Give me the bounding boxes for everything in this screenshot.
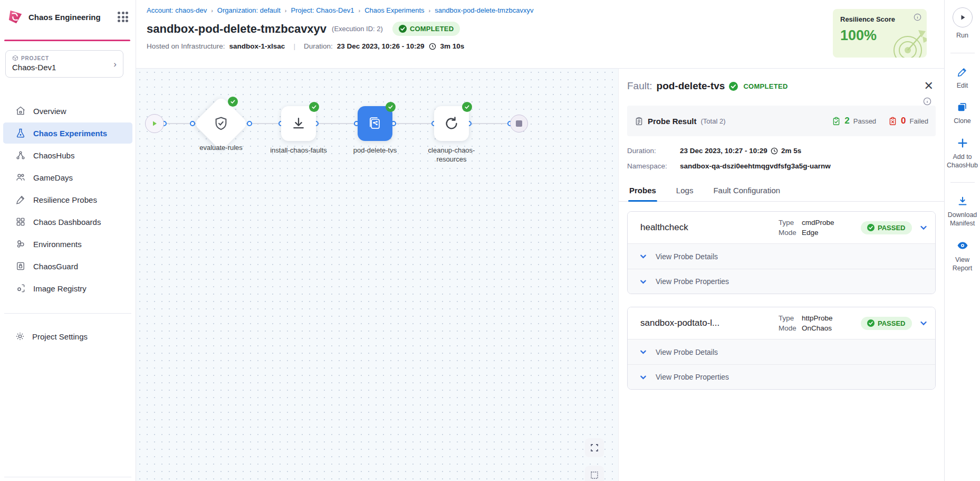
copy-icon: [956, 101, 968, 113]
fault-name: pod-delete-tvs: [657, 80, 725, 92]
resilience-score-card: Resilience Score 100%: [833, 9, 927, 58]
breadcrumb-chaos-experiments[interactable]: Chaos Experiments: [364, 6, 424, 14]
chevron-right-icon: ›: [211, 7, 213, 14]
run-label: Run: [956, 32, 968, 40]
view-probe-details-row[interactable]: View Probe Details: [628, 339, 935, 364]
fault-duration-label: Duration:: [627, 147, 680, 155]
app-switcher-grid-icon[interactable]: [118, 12, 128, 22]
home-icon: [15, 106, 26, 116]
sidebar-item-label: Environments: [33, 240, 82, 249]
play-icon: [959, 14, 966, 21]
breadcrumb-experiment[interactable]: sandbox-pod-delete-tmzbcavxyv: [435, 6, 533, 14]
sidebar-item-label: GameDays: [33, 173, 73, 182]
sidebar-item-image-registry[interactable]: Image Registry: [3, 278, 132, 299]
download-manifest-label: Download Manifest: [946, 211, 979, 228]
project-selector[interactable]: PROJECT Chaos-Dev1 ›: [5, 50, 123, 78]
namespace-value: sandbox-qa-dszi0eehtmqgvdfsfg3a5g-uarnw: [680, 162, 831, 170]
eye-icon: [956, 239, 969, 252]
chevron-down-icon[interactable]: [919, 319, 928, 327]
pipeline-node-cleanup-chaos-resources[interactable]: cleanup-chaos-resources: [434, 106, 469, 141]
failed-clipboard-icon: [888, 117, 897, 126]
clone-button[interactable]: Clone: [954, 101, 971, 126]
success-check-badge: [386, 102, 396, 112]
sidebar-item-label: ChaosGuard: [33, 262, 78, 271]
run-button[interactable]: Run: [953, 7, 973, 40]
view-probe-details-row[interactable]: View Probe Details: [628, 244, 935, 269]
probe-name: sandbox-podtato-l...: [640, 318, 779, 328]
environments-icon: [15, 239, 26, 249]
gear-icon: [15, 331, 25, 342]
sidebar-item-resilience-probes[interactable]: Resilience Probes: [3, 189, 132, 210]
clone-label: Clone: [954, 117, 971, 126]
tab-probes[interactable]: Probes: [628, 183, 657, 201]
sidebar-item-chaosguard[interactable]: ChaosGuard: [3, 256, 132, 277]
view-probe-details-label: View Probe Details: [656, 348, 718, 356]
sidebar-item-gamedays[interactable]: GameDays: [3, 167, 132, 188]
mode-label: Mode: [779, 229, 802, 237]
pipeline-node-pod-delete-tvs[interactable]: pod-delete-tvs: [358, 106, 392, 141]
canvas-fullscreen-button[interactable]: [585, 438, 604, 457]
pipeline-start-node[interactable]: [145, 114, 164, 133]
info-icon[interactable]: [914, 13, 921, 21]
pipeline-canvas[interactable]: evaluate-rules install-chaos-faults: [136, 69, 618, 481]
pipeline-node-evaluate-rules[interactable]: evaluate-rules: [193, 95, 249, 152]
view-report-button[interactable]: View Report: [949, 239, 976, 272]
add-to-chaoshub-button[interactable]: Add to ChaosHub: [946, 137, 979, 169]
tab-fault-configuration[interactable]: Fault Configuration: [712, 183, 781, 201]
edit-button[interactable]: Edit: [957, 66, 968, 90]
pipeline-end-node[interactable]: [510, 115, 528, 133]
view-probe-details-label: View Probe Details: [656, 252, 718, 261]
view-probe-properties-label: View Probe Properties: [656, 373, 729, 381]
dashed-square-icon: [590, 471, 599, 479]
chevron-down-icon[interactable]: [919, 223, 928, 232]
type-label: Type: [779, 219, 802, 227]
view-probe-properties-row[interactable]: View Probe Properties: [628, 364, 935, 389]
sidebar-item-environments[interactable]: Environments: [3, 233, 132, 254]
chevron-down-icon: [639, 373, 647, 381]
type-value: cmdProbe: [802, 219, 858, 227]
canvas-selection-button[interactable]: [585, 466, 604, 481]
clock-icon: [429, 43, 436, 50]
tab-logs[interactable]: Logs: [675, 183, 695, 201]
chevron-right-icon: ›: [113, 59, 117, 70]
sidebar-item-label: Resilience Probes: [33, 195, 97, 204]
download-icon: [291, 116, 306, 131]
sidebar-bottom-divider: [4, 477, 131, 477]
hosted-label: Hosted on Infrastructure:: [147, 42, 225, 50]
sidebar-item-label: Image Registry: [33, 284, 87, 293]
probe-name: healthcheck: [640, 222, 779, 233]
breadcrumb-organization[interactable]: Organization: default: [217, 6, 281, 14]
sidebar-item-chaoshubs[interactable]: ChaosHubs: [3, 145, 132, 166]
chaos-engineering-logo-icon: [7, 9, 23, 25]
elapsed-time: 3m 10s: [440, 42, 465, 50]
view-probe-properties-row[interactable]: View Probe Properties: [628, 269, 935, 294]
sidebar: Chaos Engineering PROJECT Chaos-Dev1 › O…: [0, 0, 136, 481]
refresh-icon: [444, 116, 459, 131]
chevron-down-icon: [639, 348, 647, 356]
probe-status-label: PASSED: [878, 319, 906, 327]
clock-icon: [771, 147, 778, 155]
download-icon: [957, 195, 968, 207]
mode-label: Mode: [779, 324, 802, 332]
sidebar-nav: Overview Chaos Experiments ChaosHubs Gam…: [0, 99, 136, 300]
fault-detail-panel: Fault: pod-delete-tvs COMPLETED ✕ Probe …: [618, 69, 944, 481]
pipeline-node-install-chaos-faults[interactable]: install-chaos-faults: [281, 106, 316, 141]
fault-status: COMPLETED: [743, 82, 787, 90]
sidebar-item-overview[interactable]: Overview: [3, 100, 132, 121]
sidebar-item-chaos-dashboards[interactable]: Chaos Dashboards: [3, 211, 132, 232]
sidebar-item-chaos-experiments[interactable]: Chaos Experiments: [3, 122, 132, 144]
download-manifest-button[interactable]: Download Manifest: [946, 195, 979, 228]
mode-value: OnChaos: [802, 324, 858, 332]
info-icon[interactable]: [923, 97, 931, 106]
duration-value: 23 Dec 2023, 10:26 - 10:29: [337, 42, 425, 50]
breadcrumb-project[interactable]: Project: Chaos-Dev1: [291, 6, 354, 14]
stop-icon: [516, 120, 522, 127]
duration-label: Duration:: [304, 42, 333, 50]
close-icon[interactable]: ✕: [924, 80, 934, 92]
add-to-chaoshub-label: Add to ChaosHub: [946, 153, 979, 169]
breadcrumb-account[interactable]: Account: chaos-dev: [147, 6, 207, 14]
failed-label: Failed: [910, 117, 928, 125]
main-column: Account: chaos-dev › Organization: defau…: [136, 0, 944, 481]
sidebar-item-project-settings[interactable]: Project Settings: [3, 326, 132, 346]
probe-status-badge: PASSED: [861, 317, 912, 330]
